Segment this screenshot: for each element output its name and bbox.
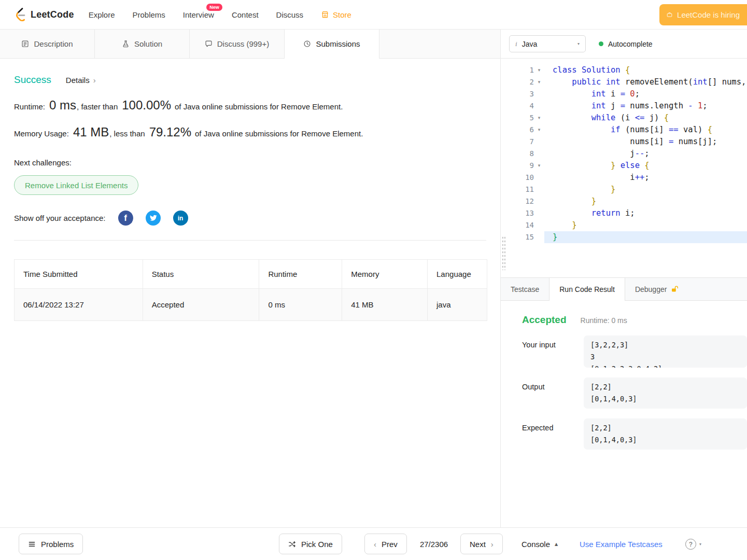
leetcode-logo[interactable]: LeetCode xyxy=(13,7,74,22)
tab-testcase-label: Testcase xyxy=(511,285,539,293)
col-memory: Memory xyxy=(342,260,428,289)
chevron-right-icon: › xyxy=(491,540,494,549)
line-number: 7 xyxy=(516,136,534,148)
autocomplete-status-dot xyxy=(599,41,603,46)
prev-button[interactable]: ‹ Prev xyxy=(364,534,407,554)
fold-caret-icon[interactable]: ▾ xyxy=(534,64,544,76)
code-text: i++; xyxy=(544,172,747,184)
line-number: 2 xyxy=(516,76,534,88)
cell-status[interactable]: Accepted xyxy=(143,289,259,321)
language-select[interactable]: i Java ▾ xyxy=(509,35,586,52)
col-time-submitted: Time Submitted xyxy=(15,260,143,289)
code-line[interactable]: 9▾ } else { xyxy=(516,160,747,172)
tabs-bar: Description Solution Discuss (999+) Subm… xyxy=(0,30,500,59)
help-icon: ? xyxy=(685,539,696,550)
code-line[interactable]: 2▾ public int removeElement(int[] nums, … xyxy=(516,76,747,88)
your-input-box[interactable]: [3,2,2,3] 3 [0,1,2,2,3,0,4,2] xyxy=(584,335,747,368)
nav-store[interactable]: Store xyxy=(321,10,351,19)
code-editor[interactable]: 1▾class Solution {2▾ public int removeEl… xyxy=(501,59,747,277)
lock-icon xyxy=(671,285,679,293)
tab-debugger[interactable]: Debugger xyxy=(625,278,689,300)
code-line[interactable]: 14 } xyxy=(516,219,747,231)
line-number: 6 xyxy=(516,124,534,136)
code-text: if (nums[i] == val) { xyxy=(544,124,747,136)
code-line[interactable]: 7 nums[i] = nums[j]; xyxy=(516,136,747,148)
line-number: 14 xyxy=(516,219,534,231)
console-tabs: Testcase Run Code Result Debugger xyxy=(501,277,747,301)
code-line[interactable]: 6▾ if (nums[i] == val) { xyxy=(516,124,747,136)
fold-caret-icon[interactable]: ▾ xyxy=(534,160,544,172)
code-line[interactable]: 11 } xyxy=(516,184,747,195)
pick-one-button[interactable]: Pick One xyxy=(279,534,342,554)
details-link[interactable]: Details › xyxy=(66,76,96,85)
nav-interview[interactable]: InterviewNew xyxy=(183,10,214,19)
line-number: 12 xyxy=(516,195,534,207)
next-button[interactable]: Next › xyxy=(460,534,503,554)
cell-language: java xyxy=(428,289,487,321)
col-status: Status xyxy=(143,260,259,289)
editor-panel: i Java ▾ Autocomplete 1▾class Solution {… xyxy=(501,30,747,527)
flask-icon xyxy=(122,40,130,48)
tab-submissions[interactable]: Submissions xyxy=(285,30,379,58)
autocomplete-toggle[interactable]: Autocomplete xyxy=(599,40,653,48)
fold-gutter xyxy=(534,88,544,100)
fold-gutter xyxy=(534,184,544,195)
runtime-value: 0 ms xyxy=(45,98,77,113)
run-status-accepted: Accepted xyxy=(522,314,567,326)
brand-wordmark: LeetCode xyxy=(31,9,74,20)
help-menu[interactable]: ? ▾ xyxy=(685,528,701,560)
briefcase-icon xyxy=(667,11,672,19)
tab-run-code-result-label: Run Code Result xyxy=(559,285,615,293)
cell-memory: 41 MB xyxy=(342,289,428,321)
runtime-tail: of Java online submissions for Remove El… xyxy=(172,102,343,111)
tab-testcase[interactable]: Testcase xyxy=(501,278,549,300)
console-toggle[interactable]: Console ▲ xyxy=(522,528,558,560)
code-line[interactable]: 5▾ while (i <= j) { xyxy=(516,112,747,124)
hiring-button[interactable]: LeetCode is hiring xyxy=(659,4,747,25)
twitter-icon[interactable] xyxy=(146,211,161,226)
code-line[interactable]: 10 i++; xyxy=(516,172,747,184)
cell-time: 06/14/2022 13:27 xyxy=(15,289,143,321)
divider xyxy=(14,240,486,241)
code-line[interactable]: 8 j--; xyxy=(516,148,747,160)
panel-resize-handle[interactable] xyxy=(502,236,506,270)
nav-explore[interactable]: Explore xyxy=(89,10,115,19)
memory-value: 41 MB xyxy=(69,125,109,139)
runtime-label: Runtime: xyxy=(14,102,45,111)
chevron-down-icon: ▾ xyxy=(577,41,580,46)
tab-discuss[interactable]: Discuss (999+) xyxy=(190,30,285,58)
next-challenges-label: Next challenges: xyxy=(14,158,486,167)
code-line[interactable]: 15} xyxy=(516,231,747,243)
facebook-icon[interactable]: f xyxy=(118,211,133,226)
line-number: 4 xyxy=(516,100,534,112)
code-line[interactable]: 1▾class Solution { xyxy=(516,64,747,76)
code-line[interactable]: 3 int i = 0; xyxy=(516,88,747,100)
nav-problems[interactable]: Problems xyxy=(132,10,165,19)
tab-run-code-result[interactable]: Run Code Result xyxy=(549,278,625,301)
fold-caret-icon[interactable]: ▾ xyxy=(534,76,544,88)
your-input-label: Your input xyxy=(522,335,584,368)
fold-caret-icon[interactable]: ▾ xyxy=(534,112,544,124)
problems-button[interactable]: Problems xyxy=(19,534,83,554)
code-line[interactable]: 4 int j = nums.length - 1; xyxy=(516,100,747,112)
chevron-left-icon: ‹ xyxy=(374,540,376,549)
expected-box[interactable]: [2,2] [0,1,4,0,3] xyxy=(584,418,747,450)
use-example-testcases-link[interactable]: Use Example Testcases xyxy=(580,528,663,560)
code-lines: 1▾class Solution {2▾ public int removeEl… xyxy=(516,64,747,243)
table-row[interactable]: 06/14/2022 13:27 Accepted 0 ms 41 MB jav… xyxy=(15,289,487,321)
nav-discuss[interactable]: Discuss xyxy=(276,10,304,19)
challenge-pill[interactable]: Remove Linked List Elements xyxy=(14,175,138,195)
fold-caret-icon[interactable]: ▾ xyxy=(534,124,544,136)
code-line[interactable]: 13 return i; xyxy=(516,207,747,219)
tab-solution[interactable]: Solution xyxy=(95,30,190,58)
runtime-mid: , faster than xyxy=(77,102,118,111)
fold-gutter xyxy=(534,195,544,207)
output-box[interactable]: [2,2] [0,1,4,0,3] xyxy=(584,377,747,409)
col-runtime: Runtime xyxy=(259,260,342,289)
nav-contest[interactable]: Contest xyxy=(232,10,259,19)
code-text: } xyxy=(544,184,747,195)
linkedin-icon[interactable]: in xyxy=(173,211,188,226)
tab-description[interactable]: Description xyxy=(0,30,95,58)
language-value: Java xyxy=(522,40,538,48)
code-line[interactable]: 12 } xyxy=(516,195,747,207)
